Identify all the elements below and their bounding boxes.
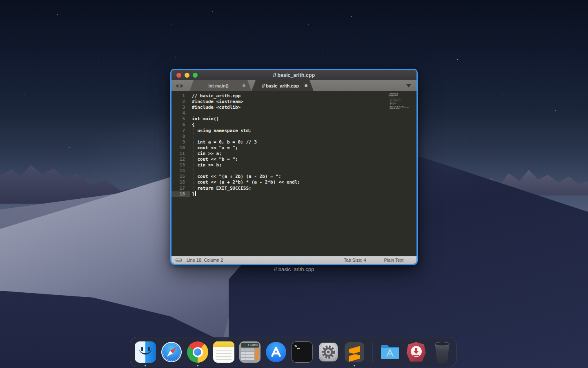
code-text: #include <iostream> <box>190 99 243 105</box>
running-indicator-dot <box>354 365 355 366</box>
tab-basic-arith[interactable]: // basic_arith.cpp <box>252 80 314 91</box>
chrome-logo-icon <box>187 341 208 363</box>
code-line: 16 cout << (a + 2*b) * (a - 2*b) << endl… <box>172 180 416 185</box>
app-store-a-icon <box>265 341 287 363</box>
code-line: 2#include <iostream> <box>172 99 416 105</box>
code-text: int a = 0, b = 0; // 3 <box>190 139 257 145</box>
line-number[interactable]: 13 <box>172 162 190 168</box>
dock-notes-icon[interactable] <box>213 341 234 363</box>
trash-bin-icon <box>432 341 453 363</box>
code-line: 5int main() <box>172 116 416 122</box>
desktop-wallpaper: // basic_arith.cpp int main() // basic_a… <box>0 0 588 368</box>
text-cursor <box>195 191 196 196</box>
code-text <box>190 168 192 174</box>
line-number[interactable]: 4 <box>172 110 190 116</box>
line-number[interactable]: 8 <box>172 134 190 139</box>
cursor-position: Line 18, Column 2 <box>187 258 223 263</box>
line-number[interactable]: 11 <box>172 151 190 157</box>
calculator-icon: 3.141593 <box>239 341 261 363</box>
dock-applications-folder-icon[interactable] <box>379 341 401 363</box>
dock-finder-icon[interactable] <box>135 341 156 363</box>
tab-forward-icon[interactable] <box>180 84 183 88</box>
code-text <box>190 134 192 139</box>
line-number[interactable]: 14 <box>172 168 190 174</box>
dock-separator <box>372 341 372 363</box>
running-indicator-dot <box>145 365 146 366</box>
line-number[interactable]: 17 <box>172 186 190 191</box>
code-line: 7 using namespace std; <box>172 128 416 134</box>
code-text: cout << "a = "; <box>190 145 238 151</box>
line-number[interactable]: 16 <box>172 180 190 185</box>
minimize-button[interactable] <box>185 73 189 78</box>
dock-app-store-icon[interactable] <box>265 341 287 363</box>
window-title: // basic_arith.cpp <box>273 72 315 78</box>
notes-pad-icon <box>213 341 234 363</box>
dock-chrome-icon[interactable] <box>187 341 208 363</box>
window-titlebar[interactable]: // basic_arith.cpp <box>172 70 416 80</box>
dock-system-preferences-icon[interactable] <box>318 341 339 363</box>
dock-downloads-stack-icon[interactable] <box>405 341 427 363</box>
code-line: 3#include <cstdlib> <box>172 105 416 110</box>
code-line: 12 cout << "b = "; <box>172 157 416 162</box>
close-button[interactable] <box>176 73 181 78</box>
line-number[interactable]: 1 <box>172 93 190 99</box>
syntax-menu[interactable]: Plain Text <box>384 258 404 263</box>
terminal-prompt-icon: >_ <box>292 341 313 363</box>
code-text: cout << "b = "; <box>190 157 238 162</box>
line-number[interactable]: 7 <box>172 128 190 134</box>
code-text: // basic_arith.cpp <box>190 93 241 99</box>
code-line: 11 cin >> a; <box>172 151 416 157</box>
downloads-icon <box>405 341 427 363</box>
line-number[interactable]: 5 <box>172 116 190 122</box>
tab-label: int main() <box>208 83 233 88</box>
code-text: { <box>190 122 195 128</box>
tab-label: // basic_arith.cpp <box>262 83 303 88</box>
status-right: Tab Size: 4 Plain Text <box>344 258 416 263</box>
code-text: #include <cstdlib> <box>190 105 241 110</box>
code-text: cout << "(a + 2b) (a - 2b) = "; <box>190 174 281 180</box>
tab-int-main[interactable]: int main() <box>189 80 252 91</box>
zoom-button[interactable] <box>193 73 198 78</box>
modified-dot-icon[interactable] <box>305 84 307 87</box>
dock-calculator-icon[interactable]: 3.141593 <box>239 341 261 363</box>
indent-guide <box>193 128 194 194</box>
code-line: 17 return EXIT_SUCCESS; <box>172 186 416 191</box>
dock: 3.141593 >_ <box>130 337 457 367</box>
code-text: cout << (a + 2*b) * (a - 2*b) << endl; <box>190 180 300 185</box>
editor-pane[interactable]: 1// basic_arith.cpp2#include <iostream>3… <box>172 91 416 256</box>
dock-safari-icon[interactable] <box>161 341 182 363</box>
line-number[interactable]: 9 <box>172 139 190 145</box>
line-number[interactable]: 10 <box>172 145 190 151</box>
minimap[interactable]: // basic_arith.cpp #include <iostream> #… <box>389 93 408 110</box>
code-line: 18} <box>172 191 416 197</box>
code-line: 6{ <box>172 122 416 128</box>
line-number[interactable]: 2 <box>172 99 190 105</box>
line-number[interactable]: 3 <box>172 105 190 110</box>
tabs: int main() // basic_arith.cpp <box>189 80 314 91</box>
dock-terminal-icon[interactable]: >_ <box>292 341 313 363</box>
modified-dot-icon[interactable] <box>243 84 245 87</box>
code-line: 10 cout << "a = "; <box>172 145 416 151</box>
code-area[interactable]: 1// basic_arith.cpp2#include <iostream>3… <box>172 93 416 197</box>
code-line: 13 cin >> b; <box>172 162 416 168</box>
code-text: return EXIT_SUCCESS; <box>190 186 252 191</box>
line-number[interactable]: 15 <box>172 174 190 180</box>
vintage-panel-icon[interactable] <box>176 258 182 262</box>
tab-nav <box>176 80 183 91</box>
dock-sublime-text-icon[interactable] <box>344 341 365 363</box>
sublime-s-icon <box>344 341 365 363</box>
line-number[interactable]: 6 <box>172 122 190 128</box>
applications-folder-icon <box>379 341 401 363</box>
traffic-lights <box>176 73 198 78</box>
dock-trash-icon[interactable] <box>432 341 453 363</box>
code-line: 1// basic_arith.cpp <box>172 93 416 99</box>
calculator-display: 3.141593 <box>241 343 259 348</box>
running-indicator-dot <box>197 365 198 366</box>
line-number[interactable]: 12 <box>172 157 190 162</box>
line-number[interactable]: 18 <box>172 191 190 197</box>
tab-size-menu[interactable]: Tab Size: 4 <box>344 258 366 263</box>
tab-back-icon[interactable] <box>176 84 178 88</box>
code-line: 9 int a = 0, b = 0; // 3 <box>172 139 416 145</box>
code-line: 8 <box>172 134 416 139</box>
tab-overflow-menu-icon[interactable] <box>406 84 411 88</box>
